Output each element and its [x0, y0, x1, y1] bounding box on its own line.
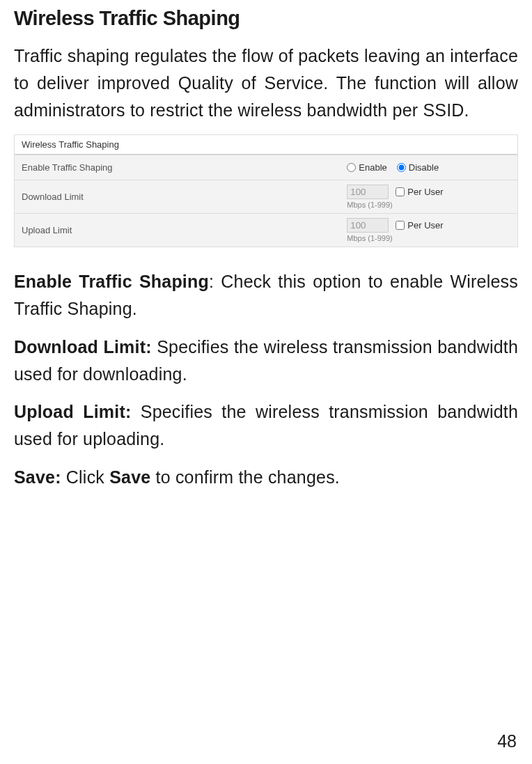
download-per-user-label: Per User: [407, 187, 443, 197]
table-row-upload: Upload Limit Per User Mbps (1-999): [15, 213, 517, 247]
def-save-mid: Click: [61, 467, 109, 487]
def-enable: Enable Traffic Shaping: Check this optio…: [14, 268, 518, 322]
intro-paragraph: Traffic shaping regulates the flow of pa…: [14, 42, 518, 123]
traffic-shaping-table: Wireless Traffic Shaping Enable Traffic …: [14, 134, 518, 247]
table-row-download: Download Limit Per User Mbps (1-999): [15, 180, 517, 213]
table-title: Wireless Traffic Shaping: [15, 135, 517, 155]
def-upload: Upload Limit: Specifies the wireless tra…: [14, 398, 518, 453]
download-input[interactable]: [347, 185, 389, 199]
upload-input[interactable]: [347, 218, 389, 233]
def-save-bold2: Save: [109, 467, 150, 487]
download-per-user[interactable]: Per User: [396, 187, 443, 197]
upload-per-user-checkbox[interactable]: [396, 221, 405, 230]
page-number: 48: [497, 731, 517, 751]
def-save-end: to confirm the changes.: [150, 467, 340, 487]
def-upload-bold: Upload Limit:: [14, 402, 131, 421]
download-label: Download Limit: [15, 186, 341, 208]
disable-radio-option[interactable]: Disable: [397, 162, 439, 173]
disable-radio[interactable]: [397, 163, 406, 172]
upload-label: Upload Limit: [15, 219, 341, 241]
enable-radio-option[interactable]: Enable: [347, 162, 386, 173]
download-per-user-checkbox[interactable]: [396, 187, 405, 196]
def-save-bold1: Save:: [14, 467, 61, 487]
def-download: Download Limit: Specifies the wireless t…: [14, 334, 518, 388]
def-download-bold: Download Limit:: [14, 337, 152, 357]
page-heading: Wireless Traffic Shaping: [14, 7, 518, 30]
def-save: Save: Click Save to confirm the changes.: [14, 464, 518, 491]
download-hint: Mbps (1-999): [347, 201, 392, 209]
disable-radio-label: Disable: [409, 162, 439, 173]
upload-hint: Mbps (1-999): [347, 234, 392, 242]
upload-per-user-label: Per User: [407, 220, 443, 231]
enable-radio[interactable]: [347, 163, 356, 172]
def-enable-bold: Enable Traffic Shaping: [14, 272, 209, 291]
enable-label: Enable Traffic Shaping: [15, 157, 341, 178]
enable-radio-label: Enable: [359, 162, 386, 173]
table-row-enable: Enable Traffic Shaping Enable Disable: [15, 155, 517, 180]
upload-per-user[interactable]: Per User: [396, 220, 443, 231]
